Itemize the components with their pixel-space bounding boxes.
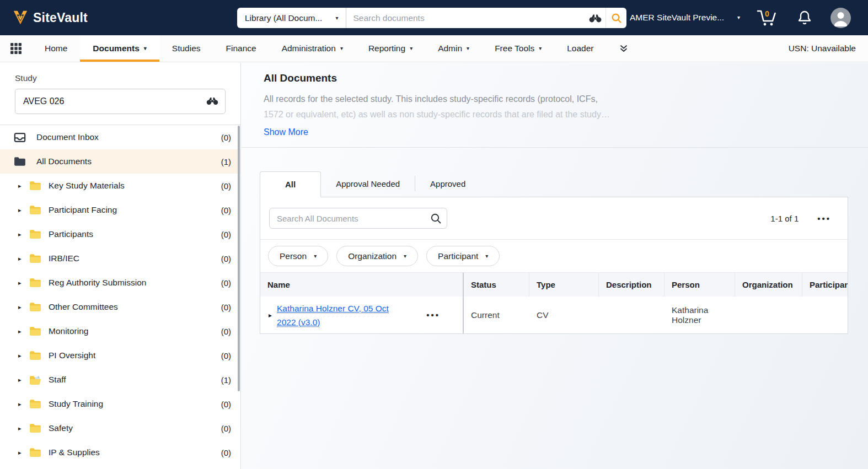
- expand-caret-icon[interactable]: ▸: [18, 255, 29, 262]
- expand-caret-icon[interactable]: ▸: [18, 207, 29, 214]
- tab-approval-needed[interactable]: Approval Needed: [321, 171, 415, 197]
- caret-down-icon: ▾: [467, 46, 469, 51]
- sitevault-logo[interactable]: SiteVault: [12, 10, 88, 25]
- tree-item-safety[interactable]: ▸ Safety (0): [0, 416, 240, 440]
- documents-panel: 1-1 of 1 ••• Person ▾ Organization ▾ Par…: [260, 197, 848, 334]
- advanced-search-binoculars-icon[interactable]: [585, 8, 606, 28]
- cell-description: [599, 297, 665, 333]
- column-header-description[interactable]: Description: [599, 273, 665, 297]
- sidebar-scrollbar[interactable]: [238, 126, 240, 391]
- main-content: All Documents All records for the select…: [242, 63, 868, 469]
- expand-caret-icon[interactable]: ▸: [18, 425, 29, 432]
- folder-icon: [29, 278, 42, 288]
- search-icon[interactable]: [430, 213, 442, 224]
- table-header: Name Status Type Description Person Orga…: [260, 272, 848, 297]
- tree-item-other-committees[interactable]: ▸ Other Committees (0): [0, 295, 240, 319]
- vault-selector-label: AMER SiteVault Previe...: [630, 13, 724, 23]
- folder-icon: [29, 448, 42, 457]
- section-header: All Documents All records for the select…: [242, 63, 868, 148]
- search-submit-button[interactable]: [606, 8, 626, 28]
- filter-person[interactable]: Person ▾: [268, 246, 328, 266]
- expand-caret-icon[interactable]: ▸: [18, 279, 29, 287]
- tree-item-key-study-materials[interactable]: ▸ Key Study Materials (0): [0, 174, 240, 198]
- caret-down-icon: ▾: [314, 254, 317, 259]
- expand-caret-icon[interactable]: ▸: [18, 376, 29, 384]
- filter-participant[interactable]: Participant ▾: [426, 246, 500, 266]
- document-search-input[interactable]: [269, 208, 447, 229]
- tab-approved[interactable]: Approved: [415, 171, 480, 197]
- show-more-link[interactable]: Show More: [264, 127, 308, 137]
- row-actions-menu[interactable]: •••: [426, 310, 440, 320]
- expand-caret-icon[interactable]: ▸: [18, 449, 29, 456]
- tree-item-pi-oversight[interactable]: ▸ PI Oversight (0): [0, 343, 240, 368]
- column-header-name[interactable]: Name: [260, 273, 464, 297]
- study-select-input[interactable]: [15, 89, 226, 114]
- tree-item-all-documents[interactable]: All Documents (1): [0, 149, 240, 174]
- expand-caret-icon[interactable]: ▸: [18, 352, 29, 359]
- folder-icon: [29, 205, 42, 215]
- nav-item-studies[interactable]: Studies: [159, 35, 213, 62]
- study-selector-section: Study: [0, 63, 240, 125]
- expand-caret-icon[interactable]: ▸: [18, 328, 29, 335]
- topbar: SiteVault Library (All Docum... ▾ AMER S…: [0, 0, 868, 35]
- nav-overflow-button[interactable]: [607, 35, 641, 62]
- row-expand-caret-icon[interactable]: ▸: [269, 311, 272, 319]
- caret-down-icon: ▾: [737, 15, 740, 20]
- folder-icon: [29, 351, 42, 360]
- study-field-label: Study: [15, 73, 226, 83]
- expand-caret-icon[interactable]: ▸: [18, 231, 29, 238]
- tree-item-irb-iec[interactable]: ▸ IRB/IEC (0): [0, 246, 240, 271]
- page-title: All Documents: [264, 72, 846, 84]
- tree-item-participant-facing[interactable]: ▸ Participant Facing (0): [0, 198, 240, 222]
- folder-icon: [29, 302, 42, 312]
- app-launcher-icon[interactable]: [0, 35, 32, 62]
- nav-item-free-tools[interactable]: Free Tools▾: [482, 35, 554, 62]
- user-avatar[interactable]: [831, 0, 851, 35]
- tree-item-staff[interactable]: ▸ Staff (1): [0, 368, 240, 392]
- study-lookup-binoculars-icon[interactable]: [206, 96, 219, 105]
- expand-caret-icon[interactable]: ▸: [18, 304, 29, 311]
- filter-row: Person ▾ Organization ▾ Participant ▾: [260, 239, 848, 272]
- chevron-double-down-icon: [619, 44, 628, 53]
- column-header-participant[interactable]: Participant: [802, 273, 848, 297]
- vault-selector[interactable]: AMER SiteVault Previe... ▾: [630, 0, 740, 35]
- primary-navbar: Home Documents▾ Studies Finance Administ…: [0, 35, 868, 62]
- tree-item-reg-authority-submission[interactable]: ▸ Reg Authority Submission (0): [0, 271, 240, 295]
- column-header-status[interactable]: Status: [464, 273, 529, 297]
- cart-button[interactable]: 0: [756, 0, 778, 35]
- notifications-bell-icon[interactable]: [796, 0, 813, 35]
- expand-caret-icon[interactable]: ▸: [18, 401, 29, 408]
- global-search-input[interactable]: [346, 8, 585, 28]
- search-scope-dropdown[interactable]: Library (All Docum... ▾: [237, 8, 346, 28]
- brand-name: SiteVault: [33, 10, 88, 25]
- tree-item-participants[interactable]: ▸ Participants (0): [0, 222, 240, 246]
- tree-item-document-inbox[interactable]: Document Inbox (0): [0, 125, 240, 149]
- document-link[interactable]: Katharina Holzner CV, 05 Oct 2022 (v3.0): [277, 301, 408, 329]
- tree-item-study-training[interactable]: ▸ Study Training (0): [0, 392, 240, 416]
- filter-organization[interactable]: Organization ▾: [336, 246, 418, 266]
- grid-actions-menu[interactable]: •••: [817, 214, 831, 223]
- cart-count-badge: 0: [765, 9, 769, 18]
- tree-item-ip-supplies[interactable]: ▸ IP & Supplies (0): [0, 440, 240, 465]
- nav-item-admin[interactable]: Admin▾: [425, 35, 482, 62]
- nav-item-administration[interactable]: Administration▾: [269, 35, 356, 62]
- cell-type: CV: [529, 297, 599, 333]
- nav-item-loader[interactable]: Loader: [554, 35, 606, 62]
- column-header-organization[interactable]: Organization: [735, 273, 802, 297]
- folder-icon: [29, 229, 42, 239]
- caret-down-icon: ▾: [410, 46, 412, 51]
- folder-icon: [29, 326, 42, 336]
- panel-toolbar: 1-1 of 1 •••: [260, 197, 848, 239]
- column-header-person[interactable]: Person: [665, 273, 735, 297]
- nav-item-reporting[interactable]: Reporting▾: [356, 35, 425, 62]
- caret-down-icon: ▾: [539, 46, 542, 51]
- inbox-icon: [14, 132, 26, 143]
- tab-all[interactable]: All: [260, 171, 321, 197]
- tree-item-monitoring[interactable]: ▸ Monitoring (0): [0, 319, 240, 343]
- nav-item-finance[interactable]: Finance: [213, 35, 269, 62]
- nav-item-home[interactable]: Home: [32, 35, 80, 62]
- column-header-type[interactable]: Type: [529, 273, 599, 297]
- veeva-logo-icon: [12, 10, 29, 25]
- nav-item-documents[interactable]: Documents▾: [80, 35, 159, 62]
- expand-caret-icon[interactable]: ▸: [18, 182, 29, 190]
